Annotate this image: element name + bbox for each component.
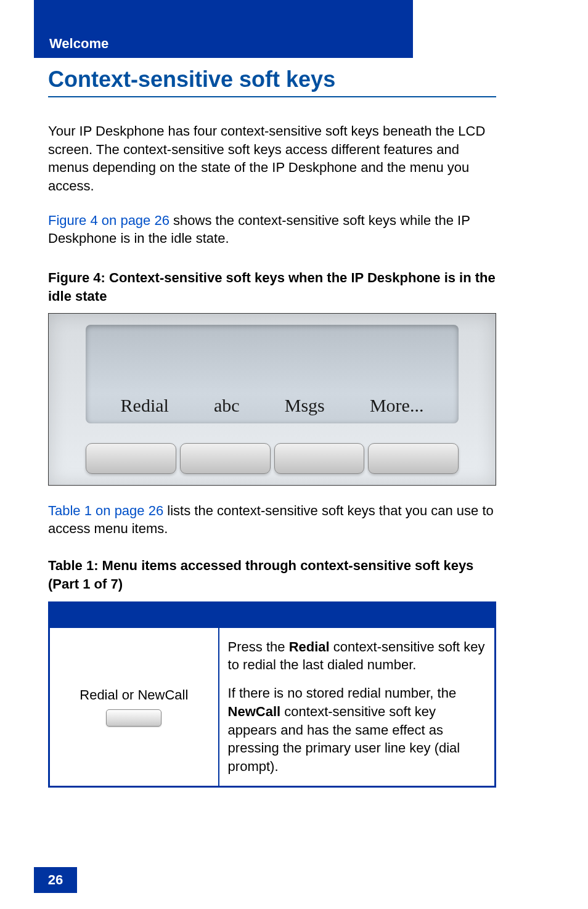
table-header-row — [49, 603, 496, 627]
softkey-button-icon — [106, 709, 161, 727]
phone-softkey-button-4 — [368, 443, 459, 474]
table-header-item — [49, 603, 219, 627]
figure-reference-link[interactable]: Figure 4 on page 26 — [48, 213, 169, 228]
intro-paragraph: Your IP Deskphone has four context-sensi… — [48, 122, 496, 195]
page-number: 26 — [34, 867, 77, 893]
softkey-table: Redial or NewCall Press the Redial conte… — [48, 601, 496, 787]
softkey-label-more: More... — [370, 395, 423, 416]
figure-caption: Figure 4: Context-sensitive soft keys wh… — [48, 269, 496, 305]
table-cell-key-name: Redial or NewCall — [49, 627, 219, 786]
description-paragraph: Press the Redial context-sensitive soft … — [228, 638, 486, 674]
phone-button-row — [86, 443, 459, 474]
softkey-label-redial: Redial — [121, 395, 169, 416]
table-caption: Table 1: Menu items accessed through con… — [48, 556, 496, 593]
figure-reference-paragraph: Figure 4 on page 26 shows the context-se… — [48, 211, 496, 248]
header-tab-label: Welcome — [49, 36, 108, 52]
section-heading: Context-sensitive soft keys — [48, 67, 496, 97]
softkey-label-msgs: Msgs — [285, 395, 325, 416]
table-reference-link[interactable]: Table 1 on page 26 — [48, 503, 163, 518]
description-paragraph: If there is no stored redial number, the… — [228, 684, 486, 775]
softkey-name-label: Redial or NewCall — [80, 687, 188, 703]
phone-lcd: Redial abc Msgs More... — [86, 325, 459, 423]
softkey-label-abc: abc — [214, 395, 240, 416]
table-reference-paragraph: Table 1 on page 26 lists the context-sen… — [48, 502, 496, 538]
phone-softkey-button-2 — [180, 443, 271, 474]
table-row: Redial or NewCall Press the Redial conte… — [49, 627, 496, 786]
table-header-description — [219, 603, 496, 627]
phone-softkey-button-3 — [274, 443, 365, 474]
table-cell-description: Press the Redial context-sensitive soft … — [219, 627, 496, 786]
figure-image-phone-softkeys: Redial abc Msgs More... — [48, 313, 496, 486]
phone-softkey-button-1 — [86, 443, 176, 474]
